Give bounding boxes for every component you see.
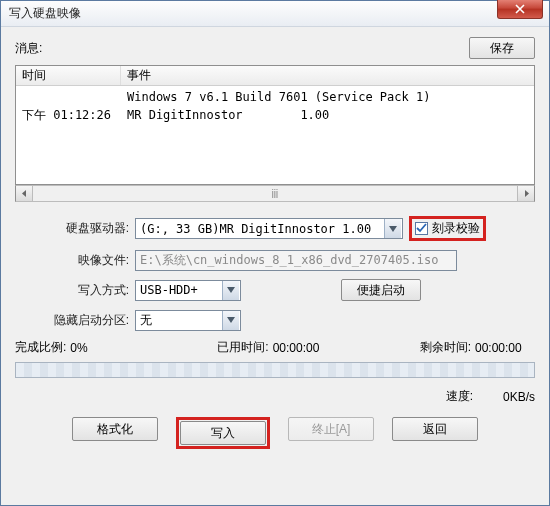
log-event: Windows 7 v6.1 Build 7601 (Service Pack … <box>121 88 534 106</box>
hidden-row: 隐藏启动分区: 无 <box>15 309 535 331</box>
method-value: USB-HDD+ <box>140 283 198 297</box>
drive-row: 硬盘驱动器: (G:, 33 GB)MR DigitInnostor 1.00 … <box>15 216 535 241</box>
scroll-track[interactable]: ⅲ <box>33 186 517 201</box>
format-button[interactable]: 格式化 <box>72 417 158 441</box>
list-item[interactable]: Windows 7 v6.1 Build 7601 (Service Pack … <box>16 88 534 106</box>
chevron-right-icon <box>523 190 530 197</box>
check-icon <box>416 223 427 234</box>
checkbox-box <box>415 222 428 235</box>
progress-bar <box>15 362 535 378</box>
hidden-select[interactable]: 无 <box>135 310 241 331</box>
chevron-left-icon <box>21 190 28 197</box>
speed-label: 速度: <box>446 388 473 405</box>
window-title: 写入硬盘映像 <box>9 5 81 22</box>
col-time-header[interactable]: 时间 <box>16 66 121 85</box>
quick-boot-button[interactable]: 便捷启动 <box>341 279 421 301</box>
write-highlight: 写入 <box>176 417 270 449</box>
col-event-header[interactable]: 事件 <box>121 66 534 85</box>
close-button[interactable] <box>497 0 543 19</box>
scroll-right-button[interactable] <box>517 186 534 201</box>
horizontal-scrollbar[interactable]: ⅲ <box>15 185 535 202</box>
image-row: 映像文件: E:\系统\cn_windows_8_1_x86_dvd_27074… <box>15 249 535 271</box>
log-time: 下午 01:12:26 <box>16 106 121 124</box>
log-list: 时间 事件 Windows 7 v6.1 Build 7601 (Service… <box>15 65 535 185</box>
verify-highlight: 刻录校验 <box>409 216 486 241</box>
remaining-label: 剩余时间: <box>420 339 475 356</box>
verify-label: 刻录校验 <box>432 220 480 237</box>
method-label: 写入方式: <box>15 282 135 299</box>
percent-label: 完成比例: <box>15 339 70 356</box>
chevron-down-icon <box>384 219 401 238</box>
hidden-value: 无 <box>140 312 152 329</box>
log-header: 时间 事件 <box>16 66 534 86</box>
percent-value: 0% <box>70 341 144 355</box>
image-path-field: E:\系统\cn_windows_8_1_x86_dvd_2707405.iso <box>135 250 457 271</box>
drive-select[interactable]: (G:, 33 GB)MR DigitInnostor 1.00 <box>135 218 403 239</box>
hidden-label: 隐藏启动分区: <box>15 312 135 329</box>
speed-row: 速度: 0KB/s <box>15 388 535 405</box>
drive-label: 硬盘驱动器: <box>15 220 135 237</box>
dialog-window: 写入硬盘映像 消息: 保存 时间 事件 Windows 7 v6.1 Build… <box>0 0 550 506</box>
form: 硬盘驱动器: (G:, 33 GB)MR DigitInnostor 1.00 … <box>15 216 535 453</box>
action-row: 格式化 写入 终止[A] 返回 <box>15 417 535 453</box>
verify-checkbox[interactable]: 刻录校验 <box>415 220 480 237</box>
image-label: 映像文件: <box>15 252 135 269</box>
progress-row: 完成比例: 0% 已用时间: 00:00:00 剩余时间: 00:00:00 <box>15 339 535 356</box>
log-time <box>16 88 121 106</box>
drive-value: (G:, 33 GB)MR DigitInnostor 1.00 <box>140 222 371 236</box>
remaining-value: 00:00:00 <box>475 341 535 355</box>
log-event: MR DigitInnostor 1.00 <box>121 106 534 124</box>
chevron-down-icon <box>222 281 239 300</box>
close-icon <box>515 4 525 14</box>
back-button[interactable]: 返回 <box>392 417 478 441</box>
log-rows: Windows 7 v6.1 Build 7601 (Service Pack … <box>16 86 534 124</box>
image-path-value: E:\系统\cn_windows_8_1_x86_dvd_2707405.iso <box>140 252 439 269</box>
method-row: 写入方式: USB-HDD+ 便捷启动 <box>15 279 535 301</box>
titlebar: 写入硬盘映像 <box>1 1 549 27</box>
method-select[interactable]: USB-HDD+ <box>135 280 241 301</box>
list-item[interactable]: 下午 01:12:26 MR DigitInnostor 1.00 <box>16 106 534 124</box>
content-area: 消息: 保存 时间 事件 Windows 7 v6.1 Build 7601 (… <box>1 27 549 505</box>
write-button[interactable]: 写入 <box>180 421 266 445</box>
save-button[interactable]: 保存 <box>469 37 535 59</box>
chevron-down-icon <box>222 311 239 330</box>
elapsed-label: 已用时间: <box>217 339 272 356</box>
message-row: 消息: 保存 <box>15 37 535 59</box>
scroll-left-button[interactable] <box>16 186 33 201</box>
speed-value: 0KB/s <box>503 390 535 404</box>
abort-button[interactable]: 终止[A] <box>288 417 374 441</box>
message-label: 消息: <box>15 40 42 57</box>
elapsed-value: 00:00:00 <box>273 341 347 355</box>
